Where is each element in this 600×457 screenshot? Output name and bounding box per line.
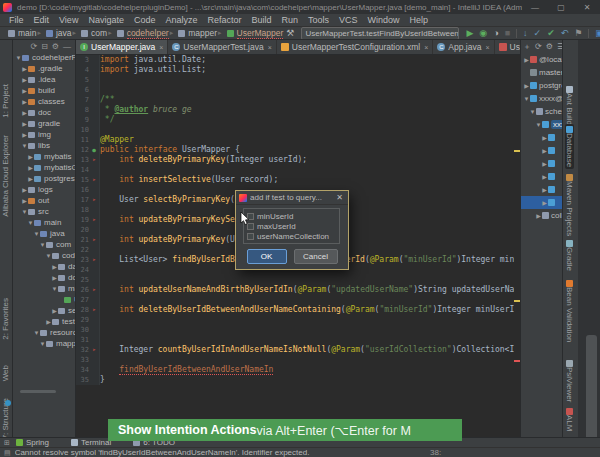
tree-item-mapper[interactable]: ▼mapper [13, 338, 75, 349]
tree-horizontal-scrollbar[interactable] [20, 390, 56, 393]
coverage-icon[interactable]: ◑ [493, 27, 498, 40]
minimize-button[interactable]: — [522, 3, 548, 12]
tool-button-alibaba-cloud-explorer[interactable]: Alibaba Cloud Explorer [1, 135, 10, 217]
collapse-all-icon[interactable]: ⊟ [41, 42, 48, 51]
refresh-icon[interactable]: ⟳ [30, 42, 37, 51]
tool-button-ant-build[interactable]: Ant Build [565, 84, 574, 127]
vcs-check-icon[interactable]: ✓ [534, 27, 542, 40]
code-line[interactable]: 11@Mapper [76, 135, 520, 145]
vcs-commit-icon[interactable]: ✔ [547, 27, 555, 40]
menu-item-refactor[interactable]: Refactor [202, 15, 246, 25]
close-button[interactable]: ✕ [574, 3, 600, 12]
tree-item-src[interactable]: ▼src [13, 206, 75, 217]
tool-button-web[interactable]: Web [1, 365, 10, 381]
flag-icon[interactable]: ⚑ [574, 27, 582, 40]
tab-usermapper-xml[interactable]: UserMapper.xml× [495, 40, 520, 54]
menu-item-build[interactable]: Build [246, 15, 276, 25]
db-item-xxxx[interactable]: ▼xxxx [521, 118, 562, 131]
tree-item-test[interactable]: ▶test [13, 316, 75, 327]
tool-button-database[interactable]: Database [565, 124, 574, 169]
breadcrumb-item-com[interactable]: com [77, 28, 107, 38]
tree-item-mapper[interactable]: ▼mapper [13, 283, 75, 294]
menu-item-tools[interactable]: Tools [303, 15, 334, 25]
cancel-button[interactable]: Cancel [294, 249, 338, 264]
tree-item-resources[interactable]: ▼resources [13, 327, 75, 338]
breadcrumb-item-java[interactable]: java [42, 28, 72, 38]
debug-icon[interactable]: ◉ [479, 27, 487, 40]
code-line[interactable]: 26➤ int updateUserNameAndBirthByUserIdIn… [76, 285, 520, 295]
tool-button-spring[interactable]: Spring [16, 438, 49, 447]
tree-item-build[interactable]: ▶build [13, 85, 75, 96]
db-item-table[interactable]: ▶ [521, 131, 562, 144]
settings-icon[interactable]: ⚙ [546, 42, 553, 51]
caret-position[interactable]: 38: [430, 448, 441, 457]
tab-app-java[interactable]: CApp.java× [433, 40, 494, 54]
tab-close-icon[interactable]: × [424, 44, 428, 51]
code-line[interactable]: 15➤ int insertSelective(User record); [76, 175, 520, 185]
code-line[interactable]: 34 findByUserIdBetweenAndUserNameIn [76, 365, 520, 375]
checkbox-option-maxuserid[interactable]: maxUserId [247, 221, 339, 231]
code-line[interactable]: 13➤ int deleteByPrimaryKey(Integer userI… [76, 155, 520, 165]
ok-button[interactable]: OK [247, 249, 287, 264]
mapper-arrow-icon[interactable]: ➤ [89, 345, 100, 355]
checkbox-option-usernamecollection[interactable]: userNameCollection [247, 231, 339, 241]
tool-button-maven-projects[interactable]: Maven Projects [565, 172, 574, 238]
mapper-arrow-icon[interactable]: ➤ [89, 235, 100, 245]
tab-close-icon[interactable]: × [159, 44, 163, 51]
db-item-master-loc[interactable]: master@loc [521, 66, 562, 79]
mapper-arrow-icon[interactable]: ➤ [89, 215, 100, 225]
code-line[interactable]: 29 [76, 315, 520, 325]
db-item-table[interactable]: ▶ [521, 157, 562, 170]
tree-item-com[interactable]: ▼com [13, 239, 75, 250]
hide-icon[interactable]: — [63, 42, 71, 51]
menu-item-window[interactable]: Window [363, 15, 405, 25]
code-line[interactable]: 7/** [76, 95, 520, 105]
code-line[interactable]: 28➤ int deleteByUserIdBetweenAndUserName… [76, 305, 520, 315]
menu-item-navigate[interactable]: Navigate [83, 15, 129, 25]
tree-item-doc[interactable]: ▶doc [13, 107, 75, 118]
code-line[interactable]: 32➤ Integer countByUserIdInAndUserNameIs… [76, 345, 520, 355]
code-line[interactable]: 33 [76, 355, 520, 365]
db-item-postgres-lo[interactable]: ▶postgres@lo [521, 79, 562, 92]
tree-item-mybatis[interactable]: ▶mybatis [13, 151, 75, 162]
breadcrumb-item-usermapper[interactable]: UserMapper [223, 28, 284, 39]
tree-item-img[interactable]: ▶img [13, 129, 75, 140]
maximize-button[interactable]: ▢ [548, 3, 574, 12]
db-item-table[interactable]: ▶ [521, 144, 562, 157]
code-line[interactable]: 27 [76, 295, 520, 305]
refresh-icon[interactable]: ⟳ [535, 42, 542, 51]
tree-item-usermapper[interactable]: UserMapper [13, 294, 75, 305]
db-item-table[interactable]: ▶ [521, 196, 562, 209]
run-icon[interactable]: ▶ [466, 27, 473, 40]
code-line[interactable]: 6 [76, 85, 520, 95]
scrollbar-thumb[interactable] [586, 335, 597, 450]
tool-button-gradle[interactable]: Gradle [565, 238, 574, 273]
add-icon[interactable]: ＋ [523, 41, 531, 52]
mapper-arrow-icon[interactable]: ➤ [89, 285, 100, 295]
tool-button-2-favorites[interactable]: 2: Favorites [1, 298, 10, 340]
plugin-blue-icon[interactable]: ▣ [595, 27, 600, 40]
tree-item-logs[interactable]: ▶logs [13, 184, 75, 195]
code-line[interactable]: 3import java.util.Date; [76, 55, 520, 65]
code-line[interactable]: 10 [76, 125, 520, 135]
code-line[interactable]: 5 [76, 75, 520, 85]
tree-item-codehelperplu[interactable]: ▼codehelperPlu [13, 52, 75, 63]
checkbox-option-minuserid[interactable]: minUserId [247, 211, 339, 221]
tool-button-alm[interactable]: ALM [565, 406, 574, 433]
code-line[interactable]: 12●public interface UserMapper { [76, 145, 520, 155]
breadcrumb-item-codehelper[interactable]: codehelper [113, 28, 169, 39]
tree-item-domain[interactable]: ▶domain [13, 272, 75, 283]
tab-usermapper-java[interactable]: IUserMapper.java× [76, 40, 168, 54]
breadcrumb-item-mapper[interactable]: mapper [174, 28, 217, 38]
tree-item-classes[interactable]: ▶classes [13, 96, 75, 107]
dialog-title-bar[interactable]: add if test to query... ✕ [236, 191, 348, 205]
code-line[interactable]: 8 * @author bruce ge [76, 105, 520, 115]
menu-item-file[interactable]: File [4, 15, 29, 25]
db-item-table[interactable]: ▶ [521, 183, 562, 196]
breadcrumb-item-main[interactable]: main [4, 28, 36, 38]
tree-item-codehelper[interactable]: ▼codehelper [13, 250, 75, 261]
db-item-schemas[interactable]: ▼schemas [521, 105, 562, 118]
code-line[interactable]: 14 [76, 165, 520, 175]
tool-button-psiviewer[interactable]: PsiViewer [565, 358, 574, 404]
menu-item-analyze[interactable]: Analyze [160, 15, 202, 25]
